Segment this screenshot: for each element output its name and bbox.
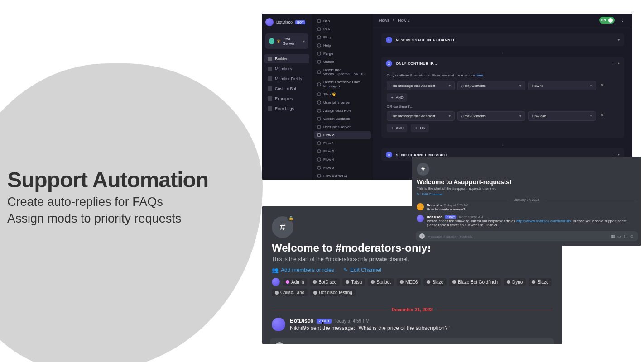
add-and-button-2[interactable]: ＋AND bbox=[387, 124, 407, 132]
flow-item[interactable]: Slap 👋 bbox=[314, 90, 371, 98]
flow-toggle[interactable]: ON bbox=[599, 17, 615, 24]
server-icon bbox=[269, 38, 274, 44]
role-chip[interactable]: Bot disco testing bbox=[310, 289, 355, 296]
sticker-icon[interactable]: ▢ bbox=[624, 234, 628, 238]
flow-item[interactable]: Flow 6 (Part 1) bbox=[314, 172, 371, 180]
flow-item[interactable]: Delete Excessive Links Messages bbox=[314, 78, 371, 90]
role-chip[interactable]: Collab.Land bbox=[272, 289, 308, 296]
flow-item[interactable]: Ban bbox=[314, 17, 371, 25]
msg-author[interactable]: BotDisco bbox=[290, 318, 314, 324]
flow-item[interactable]: Flow 4 bbox=[314, 156, 371, 163]
gif-icon[interactable]: ▭ bbox=[617, 234, 621, 238]
flow-item[interactable]: Assign Gold Role bbox=[314, 107, 371, 114]
cond2-op-select[interactable]: (Text) Contains▾ bbox=[457, 111, 525, 121]
flow-item[interactable]: Help bbox=[314, 42, 371, 49]
chevron-up-icon[interactable]: ▴ bbox=[618, 61, 620, 66]
sup-edit-link[interactable]: ✎Edit Channel bbox=[417, 192, 637, 196]
role-chip[interactable]: Statbot bbox=[368, 278, 394, 286]
cond2-field-select[interactable]: The message that was sent▾ bbox=[387, 111, 455, 121]
role-chip[interactable]: MEE6 bbox=[397, 278, 421, 286]
role-chip[interactable]: Tatsu bbox=[342, 278, 365, 286]
flow-item[interactable]: Unban bbox=[314, 58, 371, 66]
add-and-button[interactable]: ＋AND bbox=[387, 93, 407, 102]
step2-title: ONLY CONTINUE IF… bbox=[396, 62, 437, 66]
step2-more-icon[interactable]: ⋮ bbox=[611, 61, 615, 66]
helpdesk-link[interactable]: https://www.botdisco.com/tutorials bbox=[516, 219, 571, 223]
server-selector[interactable]: ♛ Test Server ▾ bbox=[265, 33, 308, 49]
nav-fields[interactable]: Member Fields bbox=[264, 74, 309, 83]
step1-card[interactable]: 1 NEW MESSAGE IN A CHANNEL ▾ bbox=[381, 33, 624, 46]
sup-subtitle: This is the start of the #support-reques… bbox=[417, 186, 637, 191]
botdisco-app: BotDisco BOT ♛ Test Server ▾ BuilderMemb… bbox=[262, 14, 632, 180]
promo-line2: Assign mods to priority requests bbox=[7, 212, 208, 226]
svg-point-22 bbox=[317, 158, 321, 161]
message-input[interactable]: + Message #moderators-only bbox=[270, 338, 554, 344]
sup-msg1: NemesisToday at 8:56 AM How to create a … bbox=[412, 201, 641, 213]
nav-builder[interactable]: Builder bbox=[264, 54, 309, 63]
cond1-remove-icon[interactable]: ✕ bbox=[599, 81, 606, 90]
step3-num: 3 bbox=[386, 152, 392, 158]
nav-members[interactable]: Members bbox=[264, 64, 309, 73]
svg-point-8 bbox=[317, 36, 321, 39]
msg1-text: How to create a meme? bbox=[427, 207, 637, 211]
flow-item[interactable]: Purge bbox=[314, 50, 371, 57]
svg-point-15 bbox=[317, 101, 321, 104]
role-chip[interactable]: Blaze bbox=[423, 278, 447, 286]
avatar bbox=[272, 278, 280, 286]
add-or-button[interactable]: ＋OR bbox=[411, 124, 429, 132]
edit-channel-link[interactable]: ✎Edit Channel bbox=[343, 267, 381, 273]
flow-item[interactable]: Collect Contacts bbox=[314, 115, 371, 123]
sup-message-input[interactable]: + Message #support-requests ▦ ▭ ▢ ☺ bbox=[416, 231, 638, 241]
svg-point-11 bbox=[317, 60, 321, 63]
flow-item[interactable]: Kick bbox=[314, 25, 371, 33]
flow-item[interactable]: Flow 1 bbox=[314, 139, 371, 147]
role-chip[interactable]: Blaze Bot Goldfinch bbox=[449, 278, 501, 286]
svg-rect-0 bbox=[268, 57, 272, 61]
flow-item[interactable]: Delete Bad Words_Updated Flow 10 bbox=[314, 66, 371, 78]
svg-rect-5 bbox=[268, 106, 272, 111]
pencil-icon: ✎ bbox=[343, 267, 348, 273]
svg-point-20 bbox=[317, 142, 321, 145]
flow-item[interactable]: Flow 2 bbox=[314, 131, 371, 139]
msg-time: Today at 4:59 PM bbox=[334, 319, 370, 324]
add-members-link[interactable]: 👥Add members or roles bbox=[272, 267, 334, 273]
sup-date-divider: January 27, 2023 bbox=[412, 198, 641, 201]
breadcrumb-root[interactable]: Flows bbox=[379, 18, 389, 23]
crown-icon: ♛ bbox=[277, 39, 280, 43]
input-placeholder: Message #support-requests bbox=[428, 234, 608, 238]
learn-more-link[interactable]: here bbox=[476, 73, 483, 77]
cond1-field-select[interactable]: The message that was sent▾ bbox=[387, 81, 455, 90]
step2-desc: Only continue if certain conditions are … bbox=[387, 73, 619, 77]
gift-icon[interactable]: ▦ bbox=[611, 234, 615, 238]
attach-icon[interactable]: + bbox=[419, 233, 425, 239]
flow-item[interactable]: User joins server bbox=[314, 99, 371, 106]
flow-item[interactable]: Ping bbox=[314, 33, 371, 41]
svg-point-18 bbox=[317, 125, 321, 129]
flow-item[interactable]: Flow 3 bbox=[314, 148, 371, 155]
chevron-down-icon[interactable]: ▾ bbox=[618, 38, 620, 42]
msg1-author[interactable]: Nemesis bbox=[427, 203, 442, 207]
attach-icon[interactable]: + bbox=[275, 342, 284, 344]
svg-point-13 bbox=[317, 82, 321, 86]
role-chip[interactable]: BotDisco bbox=[310, 278, 340, 286]
flow-item[interactable]: User joins server bbox=[314, 123, 371, 131]
more-menu-icon[interactable]: ⋮ bbox=[618, 17, 627, 24]
msg2-author[interactable]: BotDisco bbox=[427, 215, 442, 219]
cond1-val-input[interactable]: How to▾ bbox=[528, 81, 596, 90]
nav-logs[interactable]: Error Logs bbox=[264, 104, 309, 113]
nav-examples[interactable]: Examples bbox=[264, 94, 309, 103]
input-placeholder: Message #moderators-only bbox=[288, 343, 354, 344]
svg-point-14 bbox=[317, 93, 321, 96]
role-chip[interactable]: Admin bbox=[283, 278, 307, 286]
role-chip[interactable]: Blaze bbox=[529, 278, 552, 286]
emoji-icon[interactable]: ☺ bbox=[630, 234, 634, 238]
role-chip[interactable]: Dyno bbox=[504, 278, 526, 286]
sup-title: Welcome to #support-requests! bbox=[417, 178, 637, 186]
cond1-op-select[interactable]: (Text) Contains▾ bbox=[457, 81, 525, 90]
cond2-remove-icon[interactable]: ✕ bbox=[599, 111, 606, 121]
logo-icon bbox=[265, 18, 274, 26]
cond2-val-input[interactable]: How can▾ bbox=[528, 111, 596, 121]
flow-item[interactable]: Flow 5 bbox=[314, 164, 371, 171]
nav-bot[interactable]: Custom Bot bbox=[264, 84, 309, 93]
mod-subtitle: This is the start of the #moderators-onl… bbox=[272, 256, 553, 262]
